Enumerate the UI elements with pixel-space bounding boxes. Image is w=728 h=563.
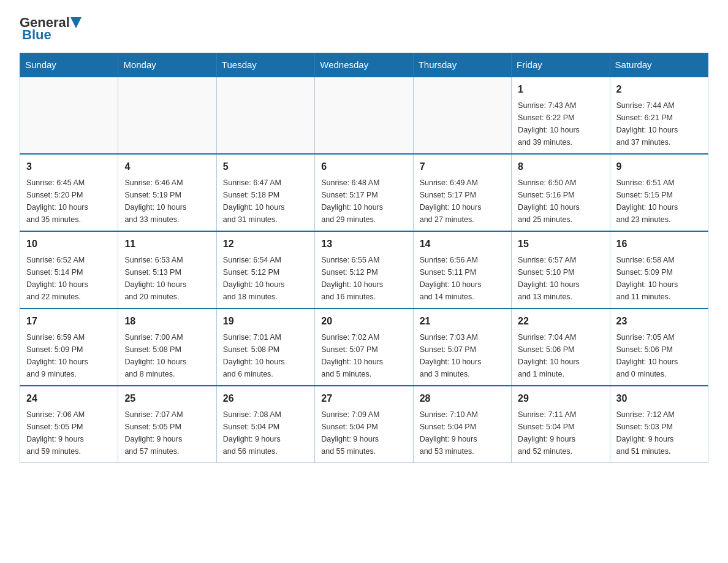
day-number: 27 bbox=[321, 391, 406, 406]
week-row-2: 3Sunrise: 6:45 AMSunset: 5:20 PMDaylight… bbox=[20, 154, 708, 231]
calendar-cell: 17Sunrise: 6:59 AMSunset: 5:09 PMDayligh… bbox=[20, 308, 118, 386]
calendar-cell: 1Sunrise: 7:43 AMSunset: 6:22 PMDaylight… bbox=[512, 77, 610, 154]
day-number: 18 bbox=[124, 314, 210, 329]
calendar-body: 1Sunrise: 7:43 AMSunset: 6:22 PMDaylight… bbox=[20, 77, 708, 463]
day-number: 22 bbox=[518, 314, 603, 329]
calendar-cell: 25Sunrise: 7:07 AMSunset: 5:05 PMDayligh… bbox=[118, 386, 216, 463]
day-info: Sunrise: 7:01 AMSunset: 5:08 PMDaylight:… bbox=[223, 333, 285, 378]
calendar-cell: 29Sunrise: 7:11 AMSunset: 5:04 PMDayligh… bbox=[512, 386, 610, 463]
day-info: Sunrise: 7:07 AMSunset: 5:05 PMDaylight:… bbox=[124, 410, 183, 456]
day-number: 3 bbox=[26, 159, 112, 174]
day-info: Sunrise: 7:02 AMSunset: 5:07 PMDaylight:… bbox=[321, 333, 383, 378]
day-number: 21 bbox=[420, 314, 505, 329]
calendar-cell: 20Sunrise: 7:02 AMSunset: 5:07 PMDayligh… bbox=[315, 308, 413, 386]
day-info: Sunrise: 7:11 AMSunset: 5:04 PMDaylight:… bbox=[518, 410, 576, 456]
day-info: Sunrise: 7:08 AMSunset: 5:04 PMDaylight:… bbox=[223, 410, 281, 456]
day-number: 30 bbox=[616, 391, 702, 406]
day-number: 12 bbox=[223, 237, 308, 251]
calendar-cell: 9Sunrise: 6:51 AMSunset: 5:15 PMDaylight… bbox=[610, 154, 708, 231]
calendar-cell: 11Sunrise: 6:53 AMSunset: 5:13 PMDayligh… bbox=[118, 231, 216, 308]
day-number: 20 bbox=[321, 314, 406, 329]
day-info: Sunrise: 6:46 AMSunset: 5:19 PMDaylight:… bbox=[124, 178, 186, 224]
day-info: Sunrise: 7:43 AMSunset: 6:22 PMDaylight:… bbox=[518, 101, 580, 147]
day-number: 28 bbox=[420, 391, 505, 406]
day-number: 10 bbox=[26, 237, 112, 251]
calendar-cell: 8Sunrise: 6:50 AMSunset: 5:16 PMDaylight… bbox=[512, 154, 610, 231]
calendar-cell: 21Sunrise: 7:03 AMSunset: 5:07 PMDayligh… bbox=[413, 308, 511, 386]
week-row-4: 17Sunrise: 6:59 AMSunset: 5:09 PMDayligh… bbox=[20, 308, 708, 386]
logo-blue-text: Blue bbox=[22, 27, 51, 42]
day-info: Sunrise: 7:10 AMSunset: 5:04 PMDaylight:… bbox=[420, 410, 478, 456]
day-info: Sunrise: 7:12 AMSunset: 5:03 PMDaylight:… bbox=[616, 410, 675, 456]
day-info: Sunrise: 6:50 AMSunset: 5:16 PMDaylight:… bbox=[518, 178, 580, 224]
day-header-wednesday: Wednesday bbox=[315, 53, 413, 77]
day-number: 2 bbox=[616, 82, 702, 97]
day-number: 9 bbox=[616, 159, 702, 174]
day-header-tuesday: Tuesday bbox=[216, 53, 314, 77]
day-number: 19 bbox=[223, 314, 308, 329]
calendar-cell: 12Sunrise: 6:54 AMSunset: 5:12 PMDayligh… bbox=[216, 231, 314, 308]
day-info: Sunrise: 6:48 AMSunset: 5:17 PMDaylight:… bbox=[321, 178, 383, 224]
calendar-cell: 24Sunrise: 7:06 AMSunset: 5:05 PMDayligh… bbox=[20, 386, 118, 463]
day-number: 17 bbox=[26, 314, 112, 329]
day-header-saturday: Saturday bbox=[610, 53, 708, 77]
day-info: Sunrise: 6:52 AMSunset: 5:14 PMDaylight:… bbox=[26, 256, 88, 301]
day-info: Sunrise: 6:58 AMSunset: 5:09 PMDaylight:… bbox=[616, 256, 678, 301]
day-info: Sunrise: 7:05 AMSunset: 5:06 PMDaylight:… bbox=[616, 333, 678, 378]
day-info: Sunrise: 7:09 AMSunset: 5:04 PMDaylight:… bbox=[321, 410, 379, 456]
calendar-cell: 2Sunrise: 7:44 AMSunset: 6:21 PMDaylight… bbox=[610, 77, 708, 154]
calendar-cell: 4Sunrise: 6:46 AMSunset: 5:19 PMDaylight… bbox=[118, 154, 216, 231]
day-info: Sunrise: 7:00 AMSunset: 5:08 PMDaylight:… bbox=[124, 333, 186, 378]
calendar-cell: 28Sunrise: 7:10 AMSunset: 5:04 PMDayligh… bbox=[413, 386, 511, 463]
calendar-cell: 3Sunrise: 6:45 AMSunset: 5:20 PMDaylight… bbox=[20, 154, 118, 231]
day-info: Sunrise: 6:56 AMSunset: 5:11 PMDaylight:… bbox=[420, 256, 482, 301]
calendar-cell bbox=[20, 77, 118, 154]
calendar-cell: 30Sunrise: 7:12 AMSunset: 5:03 PMDayligh… bbox=[610, 386, 708, 463]
day-header-sunday: Sunday bbox=[20, 53, 118, 77]
day-info: Sunrise: 7:44 AMSunset: 6:21 PMDaylight:… bbox=[616, 101, 678, 147]
day-number: 8 bbox=[518, 159, 603, 174]
day-number: 29 bbox=[518, 391, 603, 406]
calendar-cell bbox=[216, 77, 314, 154]
day-info: Sunrise: 6:54 AMSunset: 5:12 PMDaylight:… bbox=[223, 256, 285, 301]
day-number: 13 bbox=[321, 237, 406, 251]
calendar-cell: 6Sunrise: 6:48 AMSunset: 5:17 PMDaylight… bbox=[315, 154, 413, 231]
day-info: Sunrise: 7:04 AMSunset: 5:06 PMDaylight:… bbox=[518, 333, 580, 378]
calendar-cell: 16Sunrise: 6:58 AMSunset: 5:09 PMDayligh… bbox=[610, 231, 708, 308]
day-number: 15 bbox=[518, 237, 603, 251]
day-number: 14 bbox=[420, 237, 505, 251]
calendar-cell: 27Sunrise: 7:09 AMSunset: 5:04 PMDayligh… bbox=[315, 386, 413, 463]
header-row: SundayMondayTuesdayWednesdayThursdayFrid… bbox=[20, 53, 708, 77]
calendar-cell bbox=[315, 77, 413, 154]
page-header: General Blue bbox=[20, 15, 708, 43]
calendar-cell bbox=[118, 77, 216, 154]
calendar-cell: 10Sunrise: 6:52 AMSunset: 5:14 PMDayligh… bbox=[20, 231, 118, 308]
day-info: Sunrise: 6:53 AMSunset: 5:13 PMDaylight:… bbox=[124, 256, 186, 301]
calendar-cell: 23Sunrise: 7:05 AMSunset: 5:06 PMDayligh… bbox=[610, 308, 708, 386]
day-number: 26 bbox=[223, 391, 308, 406]
calendar-cell: 14Sunrise: 6:56 AMSunset: 5:11 PMDayligh… bbox=[413, 231, 511, 308]
day-info: Sunrise: 6:47 AMSunset: 5:18 PMDaylight:… bbox=[223, 178, 285, 224]
day-number: 7 bbox=[420, 159, 505, 174]
day-number: 23 bbox=[616, 314, 702, 329]
day-number: 25 bbox=[124, 391, 210, 406]
day-info: Sunrise: 7:06 AMSunset: 5:05 PMDaylight:… bbox=[26, 410, 85, 456]
week-row-5: 24Sunrise: 7:06 AMSunset: 5:05 PMDayligh… bbox=[20, 386, 708, 463]
day-info: Sunrise: 6:57 AMSunset: 5:10 PMDaylight:… bbox=[518, 256, 580, 301]
calendar-header: SundayMondayTuesdayWednesdayThursdayFrid… bbox=[20, 53, 708, 77]
calendar-cell: 18Sunrise: 7:00 AMSunset: 5:08 PMDayligh… bbox=[118, 308, 216, 386]
logo: General Blue bbox=[20, 15, 82, 43]
day-number: 24 bbox=[26, 391, 112, 406]
day-number: 6 bbox=[321, 159, 406, 174]
day-number: 1 bbox=[518, 82, 603, 97]
calendar-cell: 22Sunrise: 7:04 AMSunset: 5:06 PMDayligh… bbox=[512, 308, 610, 386]
day-number: 16 bbox=[616, 237, 702, 251]
svg-marker-0 bbox=[70, 17, 82, 28]
calendar-cell: 19Sunrise: 7:01 AMSunset: 5:08 PMDayligh… bbox=[216, 308, 314, 386]
calendar-cell: 15Sunrise: 6:57 AMSunset: 5:10 PMDayligh… bbox=[512, 231, 610, 308]
day-info: Sunrise: 7:03 AMSunset: 5:07 PMDaylight:… bbox=[420, 333, 482, 378]
calendar-table: SundayMondayTuesdayWednesdayThursdayFrid… bbox=[20, 53, 708, 463]
day-info: Sunrise: 6:51 AMSunset: 5:15 PMDaylight:… bbox=[616, 178, 678, 224]
day-info: Sunrise: 6:59 AMSunset: 5:09 PMDaylight:… bbox=[26, 333, 88, 378]
day-header-friday: Friday bbox=[512, 53, 610, 77]
